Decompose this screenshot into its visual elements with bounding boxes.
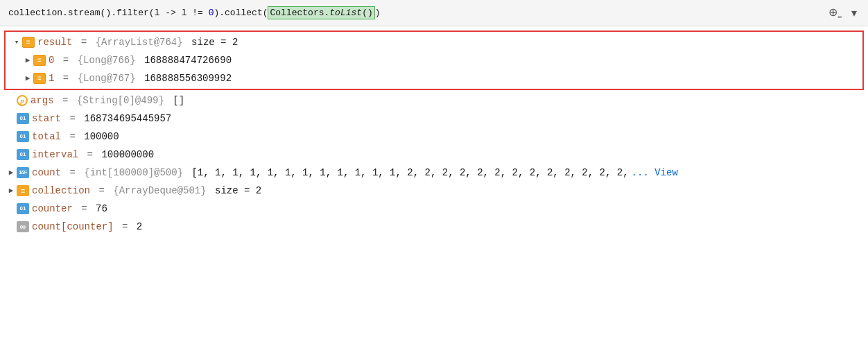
interval-equals: =: [81, 147, 98, 162]
args-equals: =: [57, 93, 74, 108]
result-child-0-inner: ≡ 0 = {Long@766} 168888474726690: [33, 53, 232, 68]
collection-type-icon: ≡: [17, 185, 29, 196]
code-part1: collection.stream().filter(l -> l !=: [8, 8, 209, 18]
args-row: p args = {String[0]@499} []: [0, 92, 868, 110]
interval-var-name: interval: [32, 147, 78, 162]
result-highlighted-block: ≡ result = {ArrayList@764} size = 2 ≡ 0 …: [4, 31, 864, 90]
total-row-inner: 01 total = 100000: [17, 129, 119, 144]
interval-type-icon: 01: [17, 149, 29, 160]
count-counter-var-name: count[counter]: [32, 219, 114, 234]
count-counter-row-inner: ∞ count[counter] = 2: [17, 219, 142, 234]
count-counter-row: ∞ count[counter] = 2: [0, 218, 868, 236]
start-value: 168734695445957: [84, 111, 171, 126]
collection-row: ≡ collection = {ArrayDeque@501} size = 2: [0, 182, 868, 200]
result-child-0-index: 0: [49, 53, 54, 68]
result-meta: size = 2: [186, 35, 238, 50]
variables-panel: ≡ result = {ArrayList@764} size = 2 ≡ 0 …: [0, 26, 868, 239]
result-child-1-icon: ≡: [33, 73, 46, 84]
count-value: [1, 1, 1, 1, 1, 1, 1, 1, 1, 1, 1, 1, 2, …: [186, 165, 629, 180]
result-child-0-arrow[interactable]: [22, 53, 33, 68]
total-value: 100000: [84, 129, 119, 144]
result-equals: =: [75, 35, 92, 50]
count-counter-value: 2: [137, 219, 142, 234]
code-part2: ).collect(: [214, 8, 268, 18]
result-var-name: result: [37, 35, 72, 50]
result-child-1-index: 1: [49, 71, 54, 86]
result-child-0-type: {Long@766}: [78, 53, 136, 68]
result-child-1-row: ≡ 1 = {Long@767} 168888556309992: [6, 69, 862, 87]
collection-arrow[interactable]: [6, 183, 17, 198]
start-equals: =: [64, 111, 81, 126]
total-equals: =: [64, 129, 81, 144]
count-counter-type-icon: ∞: [17, 221, 29, 232]
result-type: {ArrayList@764}: [96, 35, 183, 50]
interval-value: 100000000: [101, 147, 154, 162]
args-type: {String[0]@499}: [77, 93, 164, 108]
start-var-name: start: [32, 111, 61, 126]
counter-var-name: counter: [32, 201, 73, 216]
count-type-icon: 1/3≡: [17, 167, 29, 178]
result-child-0-icon: ≡: [33, 55, 46, 66]
collection-type: {ArrayDeque@501}: [113, 183, 206, 198]
code-part3: ): [375, 8, 381, 18]
start-type-icon: 01: [17, 113, 29, 124]
count-arrow[interactable]: [6, 165, 17, 180]
interval-row: 01 interval = 100000000: [0, 146, 868, 164]
result-type-icon: ≡: [22, 37, 35, 48]
counter-row: 01 counter = 76: [0, 200, 868, 218]
args-var-name: args: [31, 93, 54, 108]
count-var-name: count: [32, 165, 61, 180]
result-child-1-inner: ≡ 1 = {Long@767} 168888556309992: [33, 71, 232, 86]
add-watch-button[interactable]: ⊕∞: [826, 4, 844, 21]
count-row: 1/3≡ count = {int[100000]@500} [1, 1, 1,…: [0, 164, 868, 182]
counter-equals: =: [76, 201, 93, 216]
code-highlight: Collectors.toList(): [268, 6, 374, 19]
result-child-1-type: {Long@767}: [78, 71, 136, 86]
args-row-inner: p args = {String[0]@499} []: [17, 93, 184, 108]
expression-code: collection.stream().filter(l -> l != 0).…: [8, 8, 381, 18]
counter-value: 76: [96, 201, 107, 216]
collection-row-inner: ≡ collection = {ArrayDeque@501} size = 2: [17, 183, 261, 198]
count-view-link[interactable]: ... View: [632, 165, 678, 180]
start-row: 01 start = 168734695445957: [0, 110, 868, 128]
result-child-0-equals: =: [57, 53, 74, 68]
count-counter-equals: =: [116, 219, 134, 234]
top-bar: collection.stream().filter(l -> l != 0).…: [0, 0, 868, 26]
top-bar-actions: ⊕∞ ▾: [826, 4, 860, 21]
result-child-0-row: ≡ 0 = {Long@766} 168888474726690: [6, 51, 862, 69]
result-row-inner: ≡ result = {ArrayList@764} size = 2: [22, 35, 238, 50]
count-type: {int[100000]@500}: [84, 165, 183, 180]
result-child-1-value: 168888556309992: [139, 71, 232, 86]
result-child-1-arrow[interactable]: [22, 71, 33, 86]
total-row: 01 total = 100000: [0, 128, 868, 146]
args-value: []: [167, 93, 184, 108]
interval-row-inner: 01 interval = 100000000: [17, 147, 154, 162]
collection-var-name: collection: [32, 183, 90, 198]
counter-type-icon: 01: [17, 203, 29, 214]
total-type-icon: 01: [17, 131, 29, 142]
count-equals: =: [64, 165, 81, 180]
collection-equals: =: [93, 183, 110, 198]
count-row-inner: 1/3≡ count = {int[100000]@500} [1, 1, 1,…: [17, 165, 678, 180]
counter-row-inner: 01 counter = 76: [17, 201, 107, 216]
result-row: ≡ result = {ArrayList@764} size = 2: [6, 33, 862, 51]
result-expand-arrow[interactable]: [11, 35, 22, 50]
dropdown-button[interactable]: ▾: [849, 5, 860, 21]
result-child-0-value: 168888474726690: [139, 53, 232, 68]
total-var-name: total: [32, 129, 61, 144]
args-type-icon: p: [17, 95, 28, 106]
start-row-inner: 01 start = 168734695445957: [17, 111, 171, 126]
result-child-1-equals: =: [57, 71, 74, 86]
collection-meta: size = 2: [209, 183, 262, 198]
